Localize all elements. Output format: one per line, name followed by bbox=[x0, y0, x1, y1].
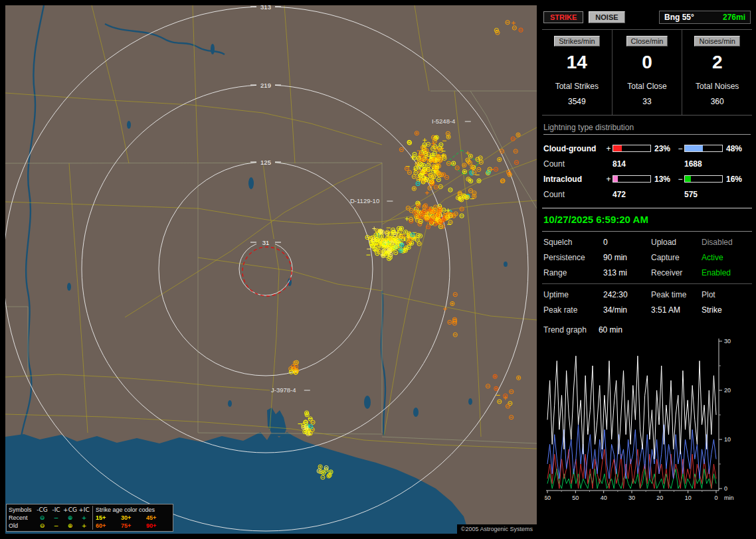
uptime-value: 242:30 bbox=[603, 290, 651, 299]
legend-header-symbols: Symbols bbox=[9, 506, 35, 514]
intracloud-row: Intracloud + 13% − 16% bbox=[543, 171, 751, 187]
panel-topbar: STRIKE NOISE Bng 55° 276mi bbox=[542, 5, 752, 30]
capture-label: Capture bbox=[651, 253, 702, 262]
age-code: 90+ bbox=[146, 522, 171, 530]
intracloud-count-row: Count 472 575 bbox=[543, 187, 751, 202]
legend-header-neg-cg: -CG bbox=[35, 506, 49, 514]
minus-icon: − bbox=[49, 522, 63, 530]
cloud-ground-row: Cloud-ground + 23% − 48% bbox=[543, 141, 751, 156]
noises-per-min-badge: Noises/min bbox=[694, 36, 739, 46]
svg-text:20: 20 bbox=[656, 495, 663, 501]
legend-header-neg-ic: -IC bbox=[49, 506, 63, 514]
svg-text:D-1129-10: D-1129-10 bbox=[350, 197, 379, 204]
upload-value: Disabled bbox=[702, 238, 751, 247]
legend-age-section: Strike age color codes 15+ 30+ 45+ 60+ 7… bbox=[93, 506, 171, 530]
minus-sign: − bbox=[676, 175, 684, 184]
capture-value: Active bbox=[702, 253, 751, 262]
svg-text:0: 0 bbox=[714, 495, 717, 501]
range-value: 313 mi bbox=[603, 268, 651, 277]
age-code: 60+ bbox=[96, 522, 121, 530]
age-code: 15+ bbox=[96, 514, 121, 522]
ic-plus-bar bbox=[613, 175, 651, 183]
peak-time-value: 3:51 AM bbox=[651, 305, 702, 315]
total-noises-label: Total Noises bbox=[682, 82, 752, 91]
svg-text:20: 20 bbox=[724, 387, 731, 394]
distribution-title: Lightning type distribution bbox=[543, 123, 751, 135]
uptime-grid: Uptime 242:30 Peak time Plot Peak rate 3… bbox=[542, 284, 752, 321]
ic-minus-bar bbox=[684, 175, 723, 183]
rate-stats: Strikes/min 14 Total Strikes 3549 Close/… bbox=[542, 30, 752, 116]
minus-sign: − bbox=[676, 144, 684, 153]
strikes-column: Strikes/min 14 Total Strikes 3549 bbox=[542, 30, 612, 115]
total-strikes-label: Total Strikes bbox=[542, 82, 612, 91]
circle-plus-icon: ⊕ bbox=[63, 514, 77, 522]
circle-minus-icon: ⊖ bbox=[35, 514, 49, 522]
cg-minus-count: 1688 bbox=[684, 159, 751, 169]
noises-rate: 2 bbox=[682, 52, 752, 73]
svg-text:60: 60 bbox=[545, 495, 551, 501]
svg-text:30: 30 bbox=[724, 338, 731, 345]
uptime-label: Uptime bbox=[543, 290, 603, 299]
svg-text:10: 10 bbox=[724, 436, 731, 443]
peak-time-label: Peak time bbox=[651, 290, 702, 299]
total-strikes-value: 3549 bbox=[542, 97, 612, 106]
noise-toggle-button[interactable]: NOISE bbox=[589, 11, 624, 23]
ic-plus-count: 472 bbox=[613, 190, 684, 199]
upload-label: Upload bbox=[651, 238, 702, 247]
plus-sign: + bbox=[605, 144, 613, 153]
svg-text:219: 219 bbox=[260, 82, 271, 89]
cloud-ground-label: Cloud-ground bbox=[543, 144, 605, 153]
total-close-label: Total Close bbox=[613, 82, 682, 91]
intracloud-label: Intracloud bbox=[543, 175, 605, 184]
ic-minus-count: 575 bbox=[684, 190, 751, 199]
circle-minus-icon: ⊖ bbox=[35, 522, 49, 530]
legend-header-pos-ic: +IC bbox=[77, 506, 91, 514]
trend-duration: 60 min bbox=[599, 325, 622, 335]
cg-plus-bar bbox=[613, 145, 651, 152]
plot-value: Strike bbox=[702, 305, 751, 315]
count-label: Count bbox=[543, 159, 613, 169]
peak-rate-value: 34/min bbox=[603, 305, 651, 315]
trend-graph-header: Trend graph 60 min bbox=[542, 321, 752, 337]
range-label: Range bbox=[543, 268, 603, 277]
age-code: 45+ bbox=[146, 514, 171, 522]
status-panel: STRIKE NOISE Bng 55° 276mi Strikes/min 1… bbox=[542, 5, 752, 534]
trend-graph-label: Trend graph bbox=[543, 325, 587, 335]
svg-text:40: 40 bbox=[601, 495, 607, 501]
peak-rate-label: Peak rate bbox=[543, 305, 603, 315]
age-code: 30+ bbox=[121, 514, 146, 522]
bearing-range: 276mi bbox=[723, 13, 745, 22]
plus-icon: + bbox=[77, 522, 91, 530]
plus-sign: + bbox=[605, 175, 613, 184]
cg-plus-pct: 23% bbox=[651, 144, 676, 153]
copyright-notice: ©2005 Astrogenic Systems bbox=[457, 524, 537, 534]
circle-plus-icon: ⊕ bbox=[63, 522, 77, 530]
cg-minus-bar bbox=[684, 145, 723, 152]
svg-text:0: 0 bbox=[724, 485, 727, 492]
cg-minus-pct: 48% bbox=[723, 144, 748, 153]
strike-toggle-button[interactable]: STRIKE bbox=[543, 11, 583, 23]
total-noises-value: 360 bbox=[682, 97, 752, 106]
close-rate: 0 bbox=[613, 52, 682, 73]
close-per-min-badge: Close/min bbox=[626, 36, 668, 46]
close-column: Close/min 0 Total Close 33 bbox=[612, 30, 682, 115]
strikes-rate: 14 bbox=[542, 52, 612, 73]
squelch-label: Squelch bbox=[543, 238, 603, 247]
map-svg: 31321912531I-5248-4D-1129-10J-3978-4 bbox=[5, 5, 537, 534]
svg-text:125: 125 bbox=[260, 159, 271, 166]
svg-text:J-3978-4: J-3978-4 bbox=[271, 386, 296, 394]
count-label: Count bbox=[543, 190, 613, 199]
ic-plus-pct: 13% bbox=[651, 175, 676, 184]
plot-label: Plot bbox=[702, 290, 751, 299]
lightning-distribution: Lightning type distribution Cloud-ground… bbox=[542, 116, 752, 208]
current-datetime: 10/27/2025 6:59:20 AM bbox=[542, 208, 752, 232]
svg-text:I-5248-4: I-5248-4 bbox=[432, 117, 455, 125]
ic-minus-pct: 16% bbox=[723, 175, 748, 184]
receiver-label: Receiver bbox=[651, 268, 702, 277]
lightning-map[interactable]: 31321912531I-5248-4D-1129-10J-3978-4 Sym… bbox=[5, 5, 537, 534]
minus-icon: − bbox=[49, 514, 63, 522]
svg-text:313: 313 bbox=[260, 5, 271, 11]
legend-old-label: Old bbox=[9, 522, 35, 530]
bearing-value: Bng 55° bbox=[664, 13, 694, 22]
squelch-value: 0 bbox=[603, 238, 651, 247]
